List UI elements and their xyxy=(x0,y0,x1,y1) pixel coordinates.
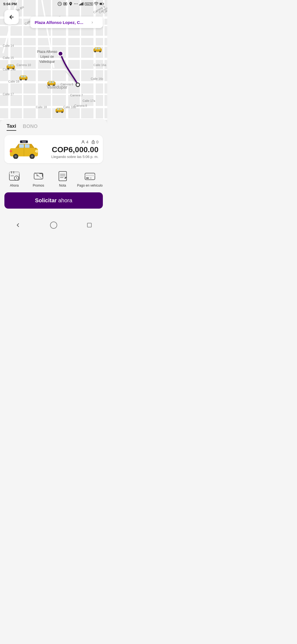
status-bar: 5:04 PM ··· VoLTE xyxy=(0,0,107,8)
road-h9 xyxy=(0,106,107,108)
label-calle16c: Calle 16c xyxy=(91,77,103,80)
label-calle15: Calle 15 xyxy=(3,56,14,59)
nav-home-button[interactable] xyxy=(50,221,57,229)
pago-label: Pago en vehículo xyxy=(77,184,103,188)
label-calle18: Calle 18 xyxy=(36,105,47,109)
ride-price: COP6,000.00 xyxy=(43,145,98,154)
svg-rect-11 xyxy=(103,3,104,4)
svg-rect-94 xyxy=(87,223,92,227)
svg-text:%: % xyxy=(36,174,38,177)
solicitar-button[interactable]: Solicitar ahora xyxy=(4,192,103,209)
more-dots: ··· xyxy=(74,2,78,6)
nav-bar xyxy=(0,218,107,232)
destination-text: Plaza Alfonso Lopez, C... xyxy=(35,20,83,25)
svg-rect-8 xyxy=(83,2,83,5)
label-carrera8: Carrera 8 xyxy=(74,104,87,107)
svg-rect-39 xyxy=(49,81,51,83)
svg-point-44 xyxy=(54,85,54,86)
svg-line-78 xyxy=(16,178,17,179)
location-icon xyxy=(68,2,73,6)
svg-rect-15 xyxy=(95,48,97,49)
svg-point-2 xyxy=(65,3,66,4)
svg-rect-57 xyxy=(19,144,24,148)
svg-point-19 xyxy=(95,51,96,52)
wifi-icon xyxy=(94,2,98,6)
svg-point-9 xyxy=(96,5,97,6)
nav-back-button[interactable] xyxy=(14,221,22,229)
ride-info: 4 0 COP6,000.00 Llegando sobre las 5:06 … xyxy=(43,140,98,159)
label-calle17: Calle 17 xyxy=(3,92,14,96)
svg-point-70 xyxy=(82,140,84,142)
promo-tag-icon: % xyxy=(32,170,45,181)
luggage-info: 0 xyxy=(91,140,98,144)
svg-rect-58 xyxy=(25,144,29,148)
svg-rect-4 xyxy=(79,4,80,5)
svg-rect-32 xyxy=(24,76,26,77)
qa-ahora[interactable]: Ahora xyxy=(5,170,24,188)
destination-pin xyxy=(58,51,63,56)
signal-icon xyxy=(79,2,84,6)
luggage-icon xyxy=(91,140,95,144)
seats-count: 4 xyxy=(86,140,88,144)
map-car-3 xyxy=(19,74,28,80)
svg-rect-23 xyxy=(8,65,10,66)
volte-badge: VoLTE xyxy=(85,2,93,6)
label-calle16a: Calle 16a xyxy=(94,63,106,67)
person-icon xyxy=(81,140,85,144)
back-arrow-icon xyxy=(9,14,15,20)
svg-rect-90 xyxy=(85,175,95,176)
pago-icon-wrap xyxy=(83,170,97,182)
svg-rect-40 xyxy=(52,81,54,83)
bottom-sheet: Taxi BONO TAXI xyxy=(0,119,107,218)
svg-rect-6 xyxy=(81,3,81,6)
nav-square-icon xyxy=(86,222,92,228)
svg-rect-7 xyxy=(82,3,82,6)
nav-back-icon xyxy=(15,222,21,228)
plaza-label: Plaza AlfonsoLópez deValledupar xyxy=(37,49,57,64)
dest-chip-arrow-icon: › xyxy=(92,20,93,25)
svg-rect-85 xyxy=(59,171,67,181)
label-calle16: Calle 16 xyxy=(8,80,19,83)
ahora-label: Ahora xyxy=(10,184,19,188)
destination-chip[interactable]: Plaza Alfonso Lopez, C... › xyxy=(30,17,103,28)
road-h8 xyxy=(0,94,107,95)
svg-rect-12 xyxy=(100,3,102,4)
status-time: 5:04 PM xyxy=(3,2,17,6)
svg-point-43 xyxy=(49,85,50,86)
svg-point-27 xyxy=(8,69,9,69)
cta-light: ahora xyxy=(57,197,72,203)
svg-point-61 xyxy=(10,150,12,152)
camera-icon xyxy=(63,2,67,6)
label-carrera10: Carrera 10 xyxy=(16,63,31,67)
whatsapp-icon xyxy=(57,2,62,6)
back-button[interactable] xyxy=(4,10,19,24)
svg-point-36 xyxy=(26,80,26,80)
svg-rect-75 xyxy=(9,172,19,175)
svg-point-28 xyxy=(13,69,14,69)
svg-point-64 xyxy=(15,156,16,157)
svg-rect-24 xyxy=(11,65,13,66)
road-h4 xyxy=(0,45,107,47)
svg-point-52 xyxy=(62,112,63,113)
note-icon xyxy=(57,170,69,181)
tab-bono[interactable]: BONO xyxy=(23,124,38,130)
qa-nota[interactable]: Nota xyxy=(53,170,72,188)
payment-icon xyxy=(84,170,96,181)
nav-recent-button[interactable] xyxy=(86,221,93,229)
calendar-clock-icon xyxy=(8,170,20,181)
qa-promos[interactable]: % Promos xyxy=(29,170,48,188)
svg-rect-16 xyxy=(98,48,100,49)
promos-label: Promos xyxy=(33,184,44,188)
seats-info: 4 xyxy=(81,140,88,144)
map-car-2 xyxy=(6,63,15,69)
qa-pago[interactable]: Pago en vehículo xyxy=(77,170,103,188)
label-calle14: Calle 14 xyxy=(3,44,14,47)
luggage-count: 0 xyxy=(96,140,98,144)
svg-rect-31 xyxy=(21,76,23,77)
svg-text:TAXI: TAXI xyxy=(22,141,26,143)
label-carrera7: Carrera 7 xyxy=(70,94,83,97)
nota-label: Nota xyxy=(59,184,66,188)
tab-taxi[interactable]: Taxi xyxy=(7,123,16,131)
cta-bold: Solicitar xyxy=(35,197,57,203)
ride-arrival-text: Llegando sobre las 5:06 p. m. xyxy=(43,155,98,159)
